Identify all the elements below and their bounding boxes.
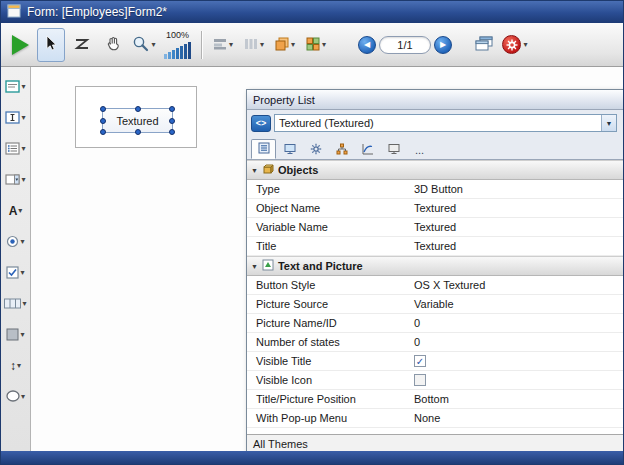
- property-row-visible-title: Visible Title ✓: [247, 352, 624, 371]
- property-value[interactable]: 0: [410, 317, 624, 329]
- tool-dropdown-icon[interactable]: ▾: [21, 83, 25, 91]
- property-value[interactable]: Variable: [410, 298, 624, 310]
- tab-display[interactable]: [277, 139, 302, 159]
- rectangle-tool[interactable]: ▾: [1, 323, 30, 347]
- selection-handle[interactable]: [100, 129, 106, 135]
- tool-dropdown-icon[interactable]: ▾: [20, 238, 24, 246]
- visible-icon-checkbox[interactable]: [414, 374, 426, 386]
- selection-handle[interactable]: [100, 118, 106, 124]
- visible-title-checkbox[interactable]: ✓: [414, 355, 426, 367]
- property-value[interactable]: Textured: [410, 221, 624, 233]
- object-selector-row: <> Textured (Textured) ▼ ▾: [247, 110, 624, 136]
- window-titlebar[interactable]: Form: [Employees]Form2*: [1, 1, 623, 23]
- selection-handle[interactable]: [135, 129, 141, 135]
- tab-more[interactable]: ...: [407, 139, 432, 159]
- section-header-text-and-picture[interactable]: ▼ Text and Picture: [247, 256, 624, 276]
- tool-dropdown-icon[interactable]: ▾: [21, 176, 25, 184]
- selection-handle[interactable]: [169, 129, 175, 135]
- property-list-titlebar[interactable]: Property List ×: [247, 90, 624, 110]
- list-tool[interactable]: ▾: [1, 137, 30, 161]
- property-row-visible-icon: Visible Icon: [247, 371, 624, 390]
- tool-dropdown-icon[interactable]: ▾: [22, 300, 26, 308]
- label-tool[interactable]: A ▾: [1, 199, 30, 223]
- zoom-tool-button[interactable]: ▾: [130, 28, 158, 62]
- distribute-dropdown-icon[interactable]: ▾: [260, 41, 264, 49]
- form-area[interactable]: Textured: [75, 86, 197, 148]
- property-label: Title/Picture Position: [247, 393, 410, 405]
- radio-button-tool[interactable]: ▾: [1, 230, 30, 254]
- text-area-tool[interactable]: ▾: [1, 75, 30, 99]
- selection-handle[interactable]: [135, 106, 141, 112]
- object-selector-icon[interactable]: <>: [251, 115, 271, 132]
- text-picture-section-icon: [262, 259, 274, 273]
- selection-handle[interactable]: [169, 106, 175, 112]
- align-tool-button[interactable]: ▾: [209, 28, 237, 62]
- property-value[interactable]: Textured: [410, 202, 624, 214]
- property-value[interactable]: None: [410, 412, 624, 424]
- property-value[interactable]: 3D Button: [410, 183, 624, 195]
- curve-icon: [362, 143, 374, 157]
- property-value[interactable]: OS X Textured: [410, 279, 624, 291]
- tool-dropdown-icon[interactable]: ▾: [21, 145, 25, 153]
- tab-events[interactable]: [355, 139, 380, 159]
- input-field-tool[interactable]: ▾: [1, 106, 30, 130]
- themes-filter-label[interactable]: All Themes: [253, 438, 308, 450]
- next-page-button[interactable]: ▶: [434, 36, 452, 54]
- tab-hierarchy[interactable]: [329, 139, 354, 159]
- tool-dropdown-icon[interactable]: ▾: [20, 269, 24, 277]
- matrix-dropdown-icon[interactable]: ▾: [322, 41, 326, 49]
- tab-settings[interactable]: [303, 139, 328, 159]
- splitter-tool[interactable]: ↕ ▾: [1, 354, 30, 378]
- textured-button[interactable]: Textured: [102, 108, 173, 133]
- tab-properties[interactable]: [251, 139, 276, 159]
- label-icon: A: [9, 205, 18, 217]
- settings-tool-button[interactable]: ▾: [501, 28, 529, 62]
- selected-object-label: Textured (Textured): [275, 117, 601, 129]
- checkbox-tool[interactable]: ▾: [1, 261, 30, 285]
- zoom-dropdown-icon[interactable]: ▾: [151, 41, 155, 49]
- list-icon: [5, 142, 20, 157]
- section-header-objects[interactable]: ▼ Objects: [247, 160, 624, 180]
- forms-window-button[interactable]: [470, 28, 498, 62]
- view-options-button[interactable]: ▾: [620, 114, 624, 132]
- property-value: [410, 374, 624, 386]
- selection-handle[interactable]: [100, 106, 106, 112]
- combo-box-tool[interactable]: ▾: [1, 168, 30, 192]
- rectangle-icon: [6, 328, 19, 343]
- collapse-triangle-icon[interactable]: ▼: [251, 167, 258, 174]
- collapse-triangle-icon[interactable]: ▼: [251, 263, 258, 270]
- property-value[interactable]: 0: [410, 336, 624, 348]
- move-tool-button[interactable]: [99, 28, 127, 62]
- distribute-tool-button[interactable]: ▾: [240, 28, 268, 62]
- section-name: Objects: [278, 164, 318, 176]
- object-selector-dropdown[interactable]: Textured (Textured) ▼: [274, 114, 617, 132]
- zoom-bars-icon[interactable]: [164, 41, 191, 59]
- duplicate-tool-button[interactable]: ▾: [271, 28, 299, 62]
- zoom-level-widget[interactable]: 100%: [161, 27, 194, 63]
- matrix-tool-button[interactable]: ▾: [302, 28, 330, 62]
- duplicate-dropdown-icon[interactable]: ▾: [291, 41, 295, 49]
- page-indicator-field[interactable]: 1/1: [379, 36, 431, 54]
- tool-dropdown-icon[interactable]: ▾: [21, 114, 25, 122]
- button-grid-tool[interactable]: ▾: [1, 292, 30, 316]
- tool-dropdown-icon[interactable]: ▾: [21, 393, 25, 401]
- form-canvas[interactable]: Textured Property List ×: [31, 67, 623, 451]
- select-tool-button[interactable]: [37, 28, 65, 62]
- property-row-picture-source: Picture Source Variable: [247, 295, 624, 314]
- themes-footer[interactable]: All Themes ◀: [247, 434, 624, 452]
- tool-dropdown-icon[interactable]: ▾: [18, 207, 22, 215]
- run-form-button[interactable]: [6, 28, 34, 62]
- tool-dropdown-icon[interactable]: ▾: [20, 331, 24, 339]
- tab-preview[interactable]: [381, 139, 406, 159]
- property-value[interactable]: Textured: [410, 240, 624, 252]
- entry-order-tool-button[interactable]: [68, 28, 96, 62]
- align-dropdown-icon[interactable]: ▾: [229, 41, 233, 49]
- selection-handle[interactable]: [169, 118, 175, 124]
- combo-arrow-icon[interactable]: ▼: [601, 115, 616, 131]
- settings-dropdown-icon[interactable]: ▾: [523, 41, 527, 49]
- property-value[interactable]: Bottom: [410, 393, 624, 405]
- previous-page-button[interactable]: ◀: [358, 36, 376, 54]
- radio-button-icon: [6, 235, 19, 250]
- tool-dropdown-icon[interactable]: ▾: [17, 362, 21, 370]
- oval-tool[interactable]: ▾: [1, 385, 30, 409]
